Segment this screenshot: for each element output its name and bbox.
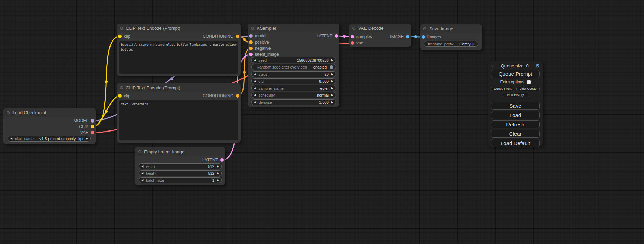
output-dot-model[interactable] xyxy=(91,119,94,123)
drag-handle-icon[interactable]: ⠿ xyxy=(491,63,494,68)
collapse-toggle-icon[interactable] xyxy=(251,27,254,30)
output-dot-image[interactable] xyxy=(406,35,409,38)
node-title-bar[interactable]: Save Image xyxy=(420,24,482,33)
increment-arrow-icon[interactable]: ▶ xyxy=(331,101,333,104)
output-slot-clip: CLIP xyxy=(3,124,96,129)
refresh-button[interactable]: Refresh xyxy=(491,120,540,128)
input-dot-vae[interactable] xyxy=(351,41,354,45)
collapse-toggle-icon[interactable] xyxy=(120,86,123,89)
decrement-arrow-icon[interactable]: ◀ xyxy=(254,73,256,76)
graph-canvas[interactable]: { "colors": { "model": "#B39DDB", "clip"… xyxy=(0,0,644,244)
collapse-toggle-icon[interactable] xyxy=(7,111,10,114)
node-title-bar[interactable]: KSampler xyxy=(248,24,339,33)
node-vae-decode[interactable]: VAE Decode samples IMAGE vae xyxy=(349,24,411,47)
link-midpoint-dot xyxy=(105,110,108,113)
slot-row: model LATENT xyxy=(248,33,339,39)
increment-arrow-icon[interactable]: ▶ xyxy=(217,172,219,175)
save-button[interactable]: Save xyxy=(491,102,540,110)
queue-front-button[interactable]: Queue Front xyxy=(491,87,514,91)
widget-width[interactable]: ◀ width 512 ▶ xyxy=(139,163,222,169)
collapse-toggle-icon[interactable] xyxy=(120,27,123,30)
widget-steps[interactable]: ◀ steps 20 ▶ xyxy=(251,71,336,77)
input-dot-latent-image[interactable] xyxy=(249,53,253,56)
output-dot-conditioning[interactable] xyxy=(236,94,239,98)
extra-options-checkbox[interactable] xyxy=(527,80,531,84)
collapse-toggle-icon[interactable] xyxy=(423,27,426,30)
widget-cfg[interactable]: ◀ cfg 8.000 ▶ xyxy=(251,78,336,84)
increment-arrow-icon[interactable]: ▶ xyxy=(217,165,219,168)
decrement-arrow-icon[interactable]: ◀ xyxy=(141,179,143,182)
view-queue-button[interactable]: View Queue xyxy=(516,87,540,91)
decrement-arrow-icon[interactable]: ◀ xyxy=(141,165,143,168)
node-title-bar[interactable]: CLIP Text Encode (Prompt) xyxy=(117,83,241,92)
increment-arrow-icon[interactable]: ▶ xyxy=(331,94,333,97)
input-dot-samples[interactable] xyxy=(351,35,354,38)
node-title: Empty Latent Image xyxy=(144,149,184,154)
output-dot-conditioning[interactable] xyxy=(236,35,239,38)
input-dot-clip[interactable] xyxy=(118,35,122,38)
widget-scheduler[interactable]: ◀ scheduler normal ▶ xyxy=(251,92,336,98)
decrement-arrow-icon[interactable]: ◀ xyxy=(254,101,256,104)
input-dot-model[interactable] xyxy=(249,34,253,38)
input-dot-positive[interactable] xyxy=(249,40,253,44)
node-empty-latent-image[interactable]: Empty Latent Image LATENT ◀ width 512 ▶ … xyxy=(135,147,225,185)
node-title: Load Checkpoint xyxy=(12,110,46,115)
decrement-arrow-icon[interactable]: ◀ xyxy=(254,59,256,62)
widget-denoise[interactable]: ◀ denoise 1.000 ▶ xyxy=(251,99,336,105)
node-title-bar[interactable]: Empty Latent Image xyxy=(135,147,225,156)
input-slot-positive: positive xyxy=(248,39,339,45)
link-midpoint-dot xyxy=(414,35,417,38)
widget-filename-prefix[interactable]: filename_prefix ComfyUI xyxy=(424,41,478,47)
increment-arrow-icon[interactable]: ▶ xyxy=(331,87,333,90)
node-title: CLIP Text Encode (Prompt) xyxy=(126,85,180,90)
positive-prompt-textarea[interactable]: beautiful scenery nature glass bottle la… xyxy=(119,41,238,74)
widget-seed[interactable]: ◀ seed 156680208700286 ▶ xyxy=(251,57,336,63)
node-clip-text-encode-negative[interactable]: CLIP Text Encode (Prompt) clip CONDITION… xyxy=(117,83,241,143)
decrement-arrow-icon[interactable]: ◀ xyxy=(254,94,256,97)
gear-icon[interactable]: ⚙ xyxy=(535,63,540,69)
link-midpoint-dot xyxy=(170,77,173,80)
increment-arrow-icon[interactable]: ▶ xyxy=(217,179,219,182)
widget-sampler-name[interactable]: ◀ sampler_name euler ▶ xyxy=(251,85,336,91)
queue-controls-row: Queue Front View Queue xyxy=(491,87,540,91)
clear-button[interactable]: Clear xyxy=(491,130,540,138)
node-ksampler[interactable]: KSampler model LATENT positive negative … xyxy=(248,24,339,107)
node-save-image[interactable]: Save Image images filename_prefix ComfyU… xyxy=(420,24,482,50)
queue-prompt-button[interactable]: Queue Prompt xyxy=(491,70,540,78)
decrement-arrow-icon[interactable]: ◀ xyxy=(254,80,256,83)
view-history-button[interactable]: View History xyxy=(502,93,529,97)
increment-arrow-icon[interactable]: ▶ xyxy=(331,73,333,76)
node-title-bar[interactable]: CLIP Text Encode (Prompt) xyxy=(117,24,241,33)
load-default-button[interactable]: Load Default xyxy=(491,139,540,147)
input-dot-clip[interactable] xyxy=(118,94,122,98)
negative-prompt-textarea[interactable]: text, watermark xyxy=(119,100,238,140)
slot-row: samples IMAGE xyxy=(349,34,411,39)
output-dot-latent[interactable] xyxy=(335,34,338,38)
input-dot-images[interactable] xyxy=(422,35,425,39)
collapse-toggle-icon[interactable] xyxy=(138,150,141,153)
output-dot-clip[interactable] xyxy=(91,125,94,128)
node-title-bar[interactable]: VAE Decode xyxy=(349,24,411,33)
decrement-arrow-icon[interactable]: ◀ xyxy=(141,172,143,175)
node-load-checkpoint[interactable]: Load Checkpoint MODEL CLIP VAE ◀ ckpt_na… xyxy=(3,108,96,144)
increment-arrow-icon[interactable]: ▶ xyxy=(331,80,333,83)
increment-arrow-icon[interactable]: ▶ xyxy=(331,59,333,62)
increment-arrow-icon[interactable]: ▶ xyxy=(86,137,88,140)
queue-menu-panel: ⠿ Queue size: 0 ⚙ Queue Prompt Extra opt… xyxy=(488,61,543,146)
toggle-knob-icon[interactable] xyxy=(330,65,333,69)
node-title-bar[interactable]: Load Checkpoint xyxy=(3,108,96,117)
widget-height[interactable]: ◀ height 512 ▶ xyxy=(139,170,222,176)
input-dot-negative[interactable] xyxy=(249,47,253,50)
output-dot-latent[interactable] xyxy=(220,158,224,162)
node-clip-text-encode-positive[interactable]: CLIP Text Encode (Prompt) clip CONDITION… xyxy=(117,24,241,76)
collapse-toggle-icon[interactable] xyxy=(352,27,355,30)
decrement-arrow-icon[interactable]: ◀ xyxy=(254,87,256,90)
widget-batch-size[interactable]: ◀ batch_size 1 ▶ xyxy=(139,177,222,183)
decrement-arrow-icon[interactable]: ◀ xyxy=(10,137,12,140)
output-dot-vae[interactable] xyxy=(91,131,94,134)
load-button[interactable]: Load xyxy=(491,111,540,119)
link-midpoint-dot xyxy=(243,71,246,74)
widget-ckpt-name[interactable]: ◀ ckpt_name v1-5-pruned-emaonly.ckpt ▶ xyxy=(8,136,91,142)
widget-random-seed-toggle[interactable]: Random seed after every gen enabled xyxy=(251,64,336,70)
link-midpoint-dot xyxy=(343,35,346,38)
